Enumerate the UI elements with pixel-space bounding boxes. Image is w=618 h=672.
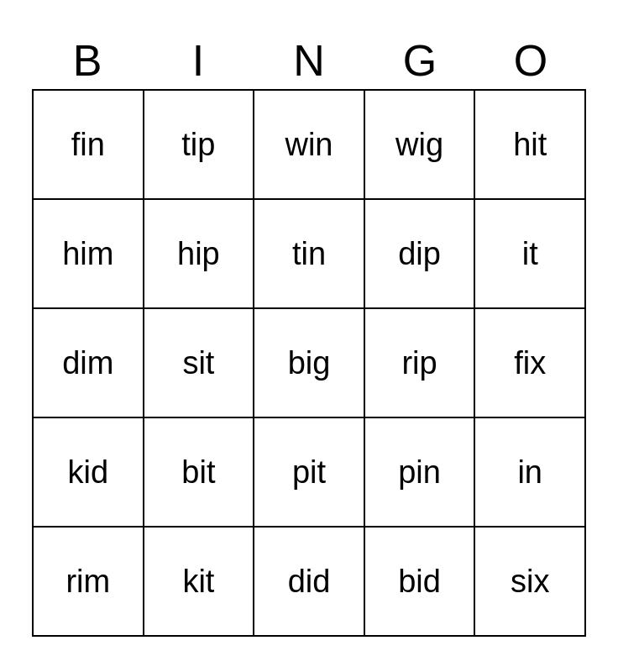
bingo-card: BINGO fintipwinwighithimhiptindipitdimsi… bbox=[15, 18, 603, 654]
bingo-cell-r3-c4[interactable]: in bbox=[475, 418, 586, 528]
bingo-cell-r0-c4[interactable]: hit bbox=[475, 91, 586, 200]
bingo-cell-r1-c4[interactable]: it bbox=[475, 200, 586, 309]
header-letter-g: G bbox=[365, 35, 474, 86]
bingo-cell-r1-c1[interactable]: hip bbox=[144, 200, 255, 309]
bingo-cell-r2-c1[interactable]: sit bbox=[144, 309, 255, 418]
bingo-cell-r0-c2[interactable]: win bbox=[254, 91, 365, 200]
bingo-cell-r3-c0[interactable]: kid bbox=[34, 418, 144, 528]
bingo-cell-r2-c4[interactable]: fix bbox=[475, 309, 586, 418]
bingo-header: BINGO bbox=[32, 35, 586, 86]
bingo-cell-r3-c2[interactable]: pit bbox=[254, 418, 365, 528]
header-letter-n: N bbox=[254, 35, 364, 86]
header-letter-i: I bbox=[144, 35, 253, 86]
bingo-cell-r2-c2[interactable]: big bbox=[254, 309, 365, 418]
bingo-cell-r3-c1[interactable]: bit bbox=[144, 418, 255, 528]
bingo-cell-r1-c2[interactable]: tin bbox=[254, 200, 365, 309]
bingo-cell-r2-c3[interactable]: rip bbox=[365, 309, 476, 418]
bingo-cell-r1-c0[interactable]: him bbox=[34, 200, 144, 309]
bingo-cell-r4-c3[interactable]: bid bbox=[365, 528, 476, 637]
bingo-grid: fintipwinwighithimhiptindipitdimsitbigri… bbox=[32, 89, 586, 637]
bingo-cell-r4-c0[interactable]: rim bbox=[34, 528, 144, 637]
bingo-cell-r4-c2[interactable]: did bbox=[254, 528, 365, 637]
bingo-cell-r2-c0[interactable]: dim bbox=[34, 309, 144, 418]
bingo-cell-r3-c3[interactable]: pin bbox=[365, 418, 476, 528]
bingo-cell-r4-c4[interactable]: six bbox=[475, 528, 586, 637]
bingo-cell-r4-c1[interactable]: kit bbox=[144, 528, 255, 637]
header-letter-o: O bbox=[476, 35, 585, 86]
bingo-cell-r0-c0[interactable]: fin bbox=[34, 91, 144, 200]
header-letter-b: B bbox=[33, 35, 142, 86]
bingo-cell-r1-c3[interactable]: dip bbox=[365, 200, 476, 309]
bingo-cell-r0-c1[interactable]: tip bbox=[144, 91, 255, 200]
bingo-cell-r0-c3[interactable]: wig bbox=[365, 91, 476, 200]
